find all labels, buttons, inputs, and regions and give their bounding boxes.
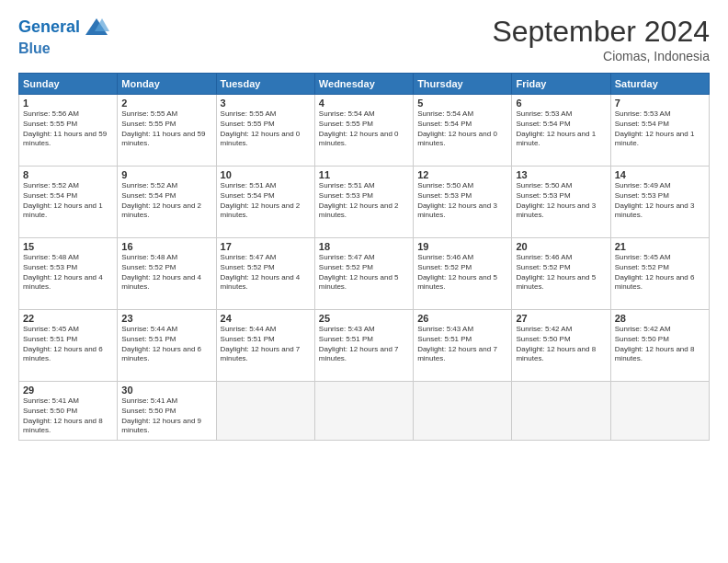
logo: General Blue (18, 15, 109, 57)
table-cell: 30Sunrise: 5:41 AMSunset: 5:50 PMDayligh… (118, 382, 216, 441)
logo-icon (84, 15, 109, 40)
day-info: Sunrise: 5:51 AMSunset: 5:53 PMDaylight:… (319, 181, 409, 221)
day-number: 20 (516, 241, 606, 252)
day-info: Sunrise: 5:50 AMSunset: 5:53 PMDaylight:… (516, 181, 606, 221)
day-number: 12 (417, 169, 507, 180)
table-cell (314, 382, 413, 441)
day-number: 6 (516, 98, 606, 109)
table-cell: 16Sunrise: 5:48 AMSunset: 5:52 PMDayligh… (118, 238, 216, 310)
day-number: 7 (615, 98, 705, 109)
day-number: 15 (23, 241, 113, 252)
day-info: Sunrise: 5:54 AMSunset: 5:55 PMDaylight:… (319, 109, 409, 149)
day-number: 27 (516, 313, 606, 324)
day-info: Sunrise: 5:55 AMSunset: 5:55 PMDaylight:… (221, 109, 311, 149)
day-number: 18 (319, 241, 409, 252)
day-number: 23 (121, 313, 211, 324)
day-info: Sunrise: 5:45 AMSunset: 5:52 PMDaylight:… (615, 253, 705, 293)
calendar-row: 22Sunrise: 5:45 AMSunset: 5:51 PMDayligh… (19, 310, 710, 382)
calendar-table: Sunday Monday Tuesday Wednesday Thursday… (18, 73, 710, 441)
day-number: 11 (319, 169, 409, 180)
table-cell: 9Sunrise: 5:52 AMSunset: 5:54 PMDaylight… (118, 167, 216, 238)
day-number: 5 (417, 98, 507, 109)
day-number: 9 (121, 169, 211, 180)
day-number: 4 (319, 98, 409, 109)
title-block: September 2024 Ciomas, Indonesia (492, 15, 710, 63)
day-info: Sunrise: 5:47 AMSunset: 5:52 PMDaylight:… (319, 253, 409, 293)
day-info: Sunrise: 5:42 AMSunset: 5:50 PMDaylight:… (615, 325, 705, 364)
col-friday: Friday (512, 74, 610, 95)
day-number: 22 (23, 313, 113, 324)
day-number: 3 (221, 98, 311, 109)
day-info: Sunrise: 5:48 AMSunset: 5:52 PMDaylight:… (121, 253, 211, 293)
header-row: Sunday Monday Tuesday Wednesday Thursday… (19, 74, 710, 95)
table-cell: 19Sunrise: 5:46 AMSunset: 5:52 PMDayligh… (414, 238, 512, 310)
day-number: 21 (615, 241, 705, 252)
table-cell: 15Sunrise: 5:48 AMSunset: 5:53 PMDayligh… (19, 238, 118, 310)
table-cell: 1Sunrise: 5:56 AMSunset: 5:55 PMDaylight… (19, 95, 118, 167)
table-cell: 2Sunrise: 5:55 AMSunset: 5:55 PMDaylight… (118, 95, 216, 167)
table-cell: 8Sunrise: 5:52 AMSunset: 5:54 PMDaylight… (19, 167, 118, 238)
day-info: Sunrise: 5:52 AMSunset: 5:54 PMDaylight:… (121, 181, 211, 221)
day-info: Sunrise: 5:50 AMSunset: 5:53 PMDaylight:… (417, 181, 507, 221)
table-cell: 6Sunrise: 5:53 AMSunset: 5:54 PMDaylight… (512, 95, 610, 167)
table-cell: 5Sunrise: 5:54 AMSunset: 5:54 PMDaylight… (414, 95, 512, 167)
day-number: 1 (23, 98, 113, 109)
logo-general: General (18, 17, 80, 36)
calendar-body: 1Sunrise: 5:56 AMSunset: 5:55 PMDaylight… (19, 95, 710, 441)
day-info: Sunrise: 5:44 AMSunset: 5:51 PMDaylight:… (121, 325, 211, 364)
table-cell: 11Sunrise: 5:51 AMSunset: 5:53 PMDayligh… (314, 167, 413, 238)
calendar-row: 1Sunrise: 5:56 AMSunset: 5:55 PMDaylight… (19, 95, 710, 167)
day-number: 2 (121, 98, 211, 109)
table-cell (216, 382, 314, 441)
logo-blue: Blue (18, 40, 109, 57)
table-cell: 26Sunrise: 5:43 AMSunset: 5:51 PMDayligh… (414, 310, 512, 382)
day-info: Sunrise: 5:43 AMSunset: 5:51 PMDaylight:… (319, 325, 409, 364)
table-cell: 17Sunrise: 5:47 AMSunset: 5:52 PMDayligh… (216, 238, 314, 310)
table-cell: 29Sunrise: 5:41 AMSunset: 5:50 PMDayligh… (19, 382, 118, 441)
table-cell: 24Sunrise: 5:44 AMSunset: 5:51 PMDayligh… (216, 310, 314, 382)
day-number: 10 (221, 169, 311, 180)
day-number: 17 (221, 241, 311, 252)
page: General Blue September 2024 Ciomas, Indo… (0, 0, 728, 563)
day-info: Sunrise: 5:54 AMSunset: 5:54 PMDaylight:… (417, 109, 507, 149)
table-cell: 13Sunrise: 5:50 AMSunset: 5:53 PMDayligh… (512, 167, 610, 238)
col-sunday: Sunday (19, 74, 118, 95)
day-info: Sunrise: 5:44 AMSunset: 5:51 PMDaylight:… (221, 325, 311, 364)
subtitle: Ciomas, Indonesia (492, 49, 710, 63)
day-info: Sunrise: 5:53 AMSunset: 5:54 PMDaylight:… (516, 109, 606, 149)
day-number: 14 (615, 169, 705, 180)
calendar-row: 8Sunrise: 5:52 AMSunset: 5:54 PMDaylight… (19, 167, 710, 238)
table-cell: 27Sunrise: 5:42 AMSunset: 5:50 PMDayligh… (512, 310, 610, 382)
table-cell: 20Sunrise: 5:46 AMSunset: 5:52 PMDayligh… (512, 238, 610, 310)
table-cell: 14Sunrise: 5:49 AMSunset: 5:53 PMDayligh… (610, 167, 709, 238)
day-number: 24 (221, 313, 311, 324)
table-cell: 18Sunrise: 5:47 AMSunset: 5:52 PMDayligh… (314, 238, 413, 310)
day-number: 16 (121, 241, 211, 252)
table-cell: 25Sunrise: 5:43 AMSunset: 5:51 PMDayligh… (314, 310, 413, 382)
day-info: Sunrise: 5:56 AMSunset: 5:55 PMDaylight:… (23, 109, 113, 149)
day-info: Sunrise: 5:46 AMSunset: 5:52 PMDaylight:… (516, 253, 606, 293)
day-info: Sunrise: 5:42 AMSunset: 5:50 PMDaylight:… (516, 325, 606, 364)
col-saturday: Saturday (610, 74, 709, 95)
table-cell: 22Sunrise: 5:45 AMSunset: 5:51 PMDayligh… (19, 310, 118, 382)
day-info: Sunrise: 5:53 AMSunset: 5:54 PMDaylight:… (615, 109, 705, 149)
day-info: Sunrise: 5:55 AMSunset: 5:55 PMDaylight:… (121, 109, 211, 149)
day-number: 29 (23, 385, 113, 396)
day-number: 19 (417, 241, 507, 252)
header: General Blue September 2024 Ciomas, Indo… (18, 15, 710, 63)
day-number: 25 (319, 313, 409, 324)
day-info: Sunrise: 5:41 AMSunset: 5:50 PMDaylight:… (121, 396, 211, 436)
calendar-row: 15Sunrise: 5:48 AMSunset: 5:53 PMDayligh… (19, 238, 710, 310)
day-info: Sunrise: 5:46 AMSunset: 5:52 PMDaylight:… (417, 253, 507, 293)
day-info: Sunrise: 5:52 AMSunset: 5:54 PMDaylight:… (23, 181, 113, 221)
table-cell: 21Sunrise: 5:45 AMSunset: 5:52 PMDayligh… (610, 238, 709, 310)
table-cell: 3Sunrise: 5:55 AMSunset: 5:55 PMDaylight… (216, 95, 314, 167)
table-cell (414, 382, 512, 441)
day-info: Sunrise: 5:43 AMSunset: 5:51 PMDaylight:… (417, 325, 507, 364)
month-title: September 2024 (492, 15, 710, 49)
logo-text: General (18, 18, 80, 37)
table-cell (512, 382, 610, 441)
day-info: Sunrise: 5:48 AMSunset: 5:53 PMDaylight:… (23, 253, 113, 293)
day-info: Sunrise: 5:41 AMSunset: 5:50 PMDaylight:… (23, 396, 113, 436)
day-info: Sunrise: 5:45 AMSunset: 5:51 PMDaylight:… (23, 325, 113, 364)
